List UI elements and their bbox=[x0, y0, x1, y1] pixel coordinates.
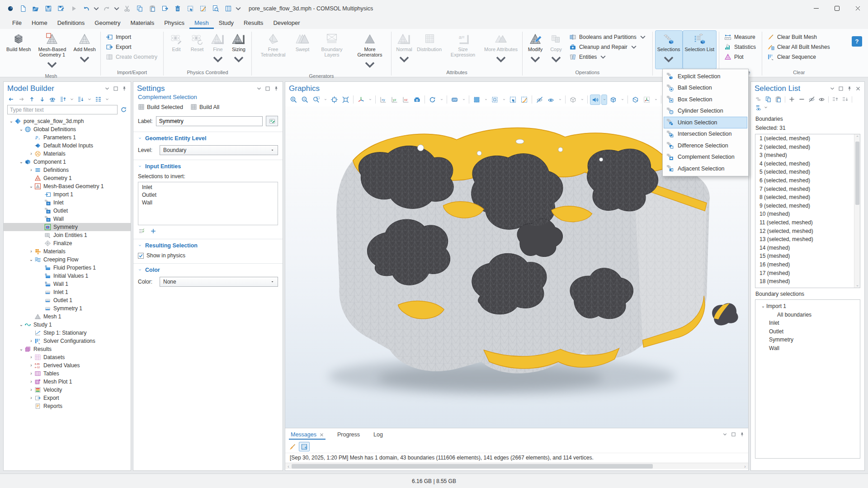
expand-arrow[interactable]: › bbox=[28, 152, 34, 156]
boundary-item[interactable]: 8 (selected, meshed) bbox=[755, 193, 860, 202]
pin-panel-icon[interactable] bbox=[122, 86, 127, 91]
tree-item-global-definitions[interactable]: ⌄Global Definitions bbox=[4, 125, 131, 133]
menu-tab-mesh[interactable]: Mesh bbox=[189, 18, 214, 29]
tree-item-import-1[interactable]: Import 1 bbox=[4, 190, 131, 199]
build-all-button[interactable]: Build All bbox=[190, 104, 219, 110]
tree-item-solver-configurations[interactable]: ›Solver Configurations bbox=[4, 337, 131, 345]
close-tab-icon[interactable] bbox=[320, 433, 324, 437]
tree-item-tables[interactable]: ›Tables bbox=[4, 370, 131, 378]
menu-item-intersection-selection[interactable]: Intersection Selection bbox=[664, 128, 747, 140]
menu-item-complement-selection[interactable]: Complement Selection bbox=[664, 152, 747, 163]
tree-item-velocity[interactable]: ›Velocity bbox=[4, 386, 131, 394]
tree-item-definitions[interactable]: ›Definitions bbox=[4, 166, 131, 174]
create-geometry-button[interactable]: Create Geometry bbox=[106, 53, 157, 61]
sl-copy-icon[interactable] bbox=[765, 96, 772, 103]
plot-button[interactable]: Plot bbox=[724, 53, 756, 61]
color-combobox[interactable]: None bbox=[160, 277, 278, 287]
sl-add-icon[interactable] bbox=[788, 96, 795, 103]
boundary-item[interactable]: 6 (selected, meshed) bbox=[755, 176, 860, 185]
distribution-button[interactable]: Distribution bbox=[415, 30, 444, 69]
scroll-up-arrow[interactable]: ⌃ bbox=[854, 134, 860, 140]
visibility-filter-icon[interactable] bbox=[755, 104, 762, 110]
boundary-item[interactable]: 1 (selected, meshed) bbox=[755, 134, 860, 143]
expand-arrow[interactable]: › bbox=[28, 339, 34, 343]
wireframe-cube-dropdown[interactable] bbox=[579, 95, 585, 105]
fine-button[interactable]: Fine bbox=[208, 30, 228, 69]
collapse-arrow[interactable]: ⌄ bbox=[760, 302, 766, 311]
tree-item-datasets[interactable]: ›Datasets bbox=[4, 353, 131, 361]
boundary-selection-outlet[interactable]: Outlet bbox=[755, 327, 860, 336]
entities-button[interactable]: Entities bbox=[569, 53, 646, 61]
menu-tab-definitions[interactable]: Definitions bbox=[52, 18, 90, 29]
save-as-button[interactable] bbox=[55, 3, 66, 14]
clear-messages-icon[interactable] bbox=[289, 443, 296, 450]
tree-item-export[interactable]: ›Export bbox=[4, 394, 131, 402]
menu-tab-geometry[interactable]: Geometry bbox=[90, 18, 125, 29]
view-xz-button[interactable]: xz bbox=[401, 95, 411, 105]
menu-item-box-selection[interactable]: Box Selection bbox=[664, 94, 747, 105]
selection-list-button[interactable]: Selection List bbox=[683, 30, 717, 69]
copy-button[interactable]: Copy bbox=[546, 30, 566, 69]
tree-item-derived-values[interactable]: ›8.85e-12Derived Values bbox=[4, 361, 131, 370]
tree-item-materials[interactable]: ›Materials bbox=[4, 247, 131, 256]
close-panel-icon[interactable] bbox=[855, 86, 861, 91]
axis-orientation-dropdown[interactable] bbox=[367, 95, 373, 105]
cut-button[interactable] bbox=[121, 3, 132, 14]
collapse-arrow[interactable]: ⌄ bbox=[8, 119, 14, 123]
build-selected-button[interactable]: Build Selected bbox=[138, 104, 183, 110]
tree-item-reports[interactable]: Reports bbox=[4, 402, 131, 410]
collapse-arrow[interactable]: ⌄ bbox=[18, 127, 24, 132]
duplicate-button[interactable] bbox=[159, 3, 170, 14]
import-button[interactable]: Import bbox=[106, 33, 157, 41]
menu-tab-study[interactable]: Study bbox=[214, 18, 239, 29]
invert-list-item-outlet[interactable]: Outlet bbox=[138, 191, 278, 199]
vertical-scrollbar[interactable]: ⌃ ⌄ bbox=[854, 134, 860, 288]
chevron-down-icon[interactable] bbox=[764, 104, 768, 110]
message-table-button[interactable] bbox=[299, 442, 310, 451]
pin-panel-icon[interactable] bbox=[740, 432, 745, 437]
boundary-selection-all-boundaries[interactable]: All boundaries bbox=[755, 311, 860, 319]
messages-horizontal-scrollbar[interactable]: ‹ › bbox=[285, 463, 748, 469]
size-expression-button[interactable]: a=Size Expression bbox=[444, 30, 482, 69]
menu-tab-physics[interactable]: Physics bbox=[159, 18, 189, 29]
boundary-item[interactable]: 18 (meshed) bbox=[755, 277, 860, 286]
scrollbar-thumb[interactable] bbox=[855, 142, 859, 205]
tree-item-inlet[interactable]: Inlet bbox=[4, 199, 131, 207]
select-region-button[interactable] bbox=[184, 3, 196, 14]
float-panel-icon[interactable] bbox=[838, 86, 844, 91]
export-button[interactable]: Export bbox=[106, 43, 157, 51]
toolbar-caret[interactable] bbox=[235, 3, 241, 14]
measure-button[interactable]: Measure bbox=[724, 33, 756, 41]
label-input[interactable] bbox=[156, 116, 263, 126]
find-button[interactable] bbox=[210, 3, 221, 14]
clip-cube-button[interactable] bbox=[630, 95, 641, 105]
open-file-button[interactable] bbox=[30, 3, 41, 14]
tree-item-finalize[interactable]: Finalize bbox=[4, 239, 131, 247]
section-header[interactable]: Geometric Entity Level bbox=[138, 135, 278, 142]
collapse-arrow[interactable]: ⌄ bbox=[28, 184, 34, 189]
move-down-icon[interactable] bbox=[39, 96, 46, 103]
window-minimize-button[interactable] bbox=[806, 0, 826, 17]
more-attributes-button[interactable]: More Attributes bbox=[482, 30, 520, 69]
collapse-all-icon[interactable] bbox=[77, 96, 84, 103]
tree-item-outlet-1[interactable]: Outlet 1 bbox=[4, 296, 131, 304]
zoom-in-button[interactable] bbox=[288, 95, 299, 105]
section-header[interactable]: Color bbox=[138, 267, 278, 273]
expand-arrow[interactable]: › bbox=[28, 379, 34, 384]
boundary-item[interactable]: 9 (selected, meshed) bbox=[755, 202, 860, 210]
window-maximize-button[interactable] bbox=[826, 0, 847, 17]
boundary-item[interactable]: 16 (meshed) bbox=[755, 261, 860, 269]
rotate-dropdown[interactable] bbox=[439, 95, 444, 105]
reset-button[interactable]: Reset bbox=[187, 30, 208, 69]
fit-window-button[interactable] bbox=[340, 95, 351, 105]
selections-button[interactable]: Selections bbox=[655, 30, 683, 69]
sizing-button[interactable]: Sizing bbox=[228, 30, 249, 69]
booleans-and-partitions-button[interactable]: Booleans and Partitions bbox=[569, 33, 646, 41]
tab-progress[interactable]: Progress bbox=[335, 429, 362, 440]
add-selection-icon[interactable] bbox=[150, 228, 157, 234]
collapse-arrow[interactable]: ⌄ bbox=[28, 257, 34, 262]
collapse-arrow[interactable]: ⌄ bbox=[18, 347, 24, 351]
boundary-item[interactable]: 12 (selected, meshed) bbox=[755, 227, 860, 236]
clear-sequence-button[interactable]: Clear Sequence bbox=[767, 53, 830, 61]
nav-forward-icon[interactable] bbox=[18, 96, 25, 103]
